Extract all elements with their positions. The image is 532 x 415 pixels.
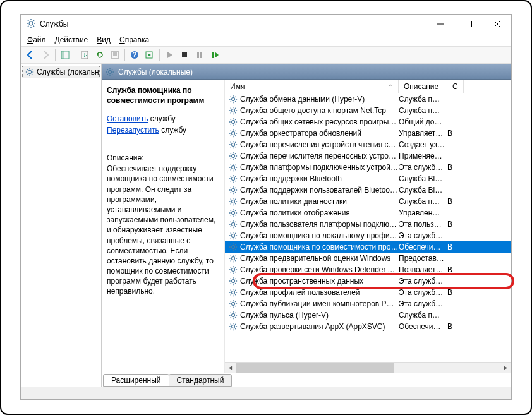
menu-help[interactable]: Справка <box>119 35 149 44</box>
pause-service-button[interactable] <box>193 48 207 62</box>
service-status: В <box>447 163 460 172</box>
service-row[interactable]: Служба предварительной оценки WindowsПре… <box>225 253 511 264</box>
service-row[interactable]: Служба пользователя платформы подключенн… <box>225 219 511 230</box>
export-button[interactable] <box>78 48 92 62</box>
svg-rect-2 <box>466 21 471 27</box>
service-status: В <box>447 220 460 229</box>
service-row[interactable]: Служба помощника по локальному профилюЭт… <box>225 230 511 241</box>
restart-link[interactable]: Перезапустить <box>107 126 159 135</box>
service-desc: Эта служб… <box>399 163 447 172</box>
service-desc: Эта польз… <box>399 220 447 229</box>
service-row[interactable]: Служба перечислителя переносных устройст… <box>225 150 511 162</box>
service-status: В <box>447 129 460 138</box>
tree-pane[interactable]: Службы (локальные) <box>21 64 102 387</box>
tab-extended[interactable]: Расширенный <box>103 374 169 387</box>
pane-header-label: Службы (локальные) <box>118 68 193 76</box>
show-hide-tree-button[interactable] <box>58 48 72 62</box>
service-row[interactable]: Служба перечисления устройств чтения сма… <box>225 139 511 150</box>
service-desc: Эта служб… <box>399 231 447 240</box>
selected-service-name: Служба помощника по совместимости програ… <box>107 86 219 105</box>
stop-link[interactable]: Остановить <box>107 114 148 123</box>
service-desc: Эта служб… <box>399 299 447 308</box>
divider <box>159 49 160 61</box>
service-desc: Служба Bl… <box>399 186 447 195</box>
action-button[interactable] <box>143 48 157 62</box>
service-name: Служба общего доступа к портам Net.Tcp <box>240 106 386 115</box>
service-desc: Служба п… <box>399 95 447 104</box>
tab-standard[interactable]: Стандартный <box>169 374 233 387</box>
service-status: В <box>447 197 460 206</box>
help-button[interactable]: ? <box>128 48 142 62</box>
service-row[interactable]: Служба проверки сети Windows Defender An… <box>225 264 511 275</box>
refresh-button[interactable] <box>93 48 107 62</box>
service-row[interactable]: Служба общих сетевых ресурсов проигрыват… <box>225 116 511 128</box>
service-row[interactable]: Служба политики отображенияУправлен… <box>225 207 511 219</box>
svg-text:?: ? <box>132 51 136 59</box>
maximize-button[interactable] <box>454 15 483 33</box>
service-desc: Управлен… <box>399 208 447 217</box>
properties-button[interactable] <box>108 48 122 62</box>
service-name: Служба публикации имен компьютеров PNRP <box>240 299 399 308</box>
scroll-left-icon[interactable]: ◄ <box>225 363 236 373</box>
service-row[interactable]: Служба общего доступа к портам Net.TcpСл… <box>225 105 511 116</box>
service-desc: Служба п… <box>399 197 447 206</box>
menubar: Файл Действие Вид Справка <box>21 33 511 46</box>
service-name: Служба помощника по совместимости програ… <box>240 243 399 251</box>
service-desc: Эта служб… <box>399 277 447 286</box>
services-icon <box>26 18 36 30</box>
service-name: Служба политики диагностики <box>240 197 347 206</box>
service-name: Служба политики отображения <box>240 208 350 217</box>
scrollbar-thumb[interactable] <box>236 363 394 373</box>
service-desc: Создает уз… <box>399 140 447 149</box>
column-headers[interactable]: Имя⌃ Описание С <box>225 80 511 93</box>
column-name[interactable]: Имя⌃ <box>225 80 399 93</box>
service-row[interactable]: Служба поддержки пользователей Bluetooth… <box>225 184 511 196</box>
service-name: Служба платформы подключенных устройств <box>240 163 399 172</box>
menu-action[interactable]: Действие <box>55 35 88 44</box>
restart-service-button[interactable] <box>208 48 222 62</box>
back-button[interactable] <box>23 48 37 62</box>
service-row[interactable]: Служба развертывания AppX (AppXSVC)Обесп… <box>225 321 511 332</box>
detail-panel: Служба помощника по совместимости програ… <box>102 80 225 373</box>
service-row[interactable]: Служба поддержки BluetoothСлужба Bl… <box>225 173 511 184</box>
service-row[interactable]: Служба обмена данными (Hyper-V)Служба п… <box>225 93 511 105</box>
statusbar <box>21 387 511 399</box>
horizontal-scrollbar[interactable]: ◄ ► <box>225 362 511 373</box>
menu-file[interactable]: Файл <box>27 35 46 44</box>
start-service-button[interactable] <box>162 48 176 62</box>
service-name: Служба обмена данными (Hyper-V) <box>240 95 365 104</box>
service-name: Служба пользователя платформы подключенн… <box>240 220 399 229</box>
sort-indicator-icon: ⌃ <box>388 83 393 90</box>
service-desc: Эта служб… <box>399 288 447 297</box>
service-name: Служба общих сетевых ресурсов проигрыват… <box>240 117 399 126</box>
svg-rect-6 <box>61 51 64 59</box>
service-name: Служба проверки сети Windows Defender An… <box>240 265 399 274</box>
description-label: Описание: <box>107 153 219 162</box>
service-row[interactable]: Служба профилей пользователейЭта служб…В <box>225 287 511 298</box>
column-description[interactable]: Описание <box>399 80 447 93</box>
service-status: В <box>447 243 460 251</box>
close-button[interactable] <box>483 15 511 33</box>
service-row[interactable]: Служба политики диагностикиСлужба п…В <box>225 196 511 207</box>
service-list[interactable]: Имя⌃ Описание С Служба обмена данными (H… <box>225 80 511 373</box>
service-row[interactable]: Служба платформы подключенных устройствЭ… <box>225 162 511 173</box>
tree-root-node[interactable]: Службы (локальные) <box>22 66 100 78</box>
forward-button[interactable] <box>39 48 52 62</box>
scroll-right-icon[interactable]: ► <box>500 363 511 373</box>
stop-service-button[interactable] <box>178 48 191 62</box>
service-row[interactable]: Служба оркестратора обновленийУправляет…… <box>225 128 511 139</box>
titlebar[interactable]: Службы <box>21 15 511 33</box>
services-window: Службы Файл Действие Вид Справка ? <box>20 14 512 400</box>
column-status[interactable]: С <box>447 80 464 93</box>
menu-view[interactable]: Вид <box>97 35 111 44</box>
service-row[interactable]: Служба публикации имен компьютеров PNRPЭ… <box>225 298 511 310</box>
divider <box>124 49 125 61</box>
service-row[interactable]: Служба помощника по совместимости програ… <box>225 241 511 253</box>
view-tabs: Расширенный Стандартный <box>102 373 511 387</box>
divider <box>75 49 75 61</box>
service-row[interactable]: Служба пространственных данныхЭта служб… <box>225 275 511 287</box>
service-name: Служба помощника по локальному профилю <box>240 231 399 240</box>
minimize-button[interactable] <box>426 15 454 33</box>
service-row[interactable]: Служба пульса (Hyper-V)Служба п… <box>225 310 511 321</box>
service-name: Служба перечисления устройств чтения сма… <box>240 140 399 149</box>
